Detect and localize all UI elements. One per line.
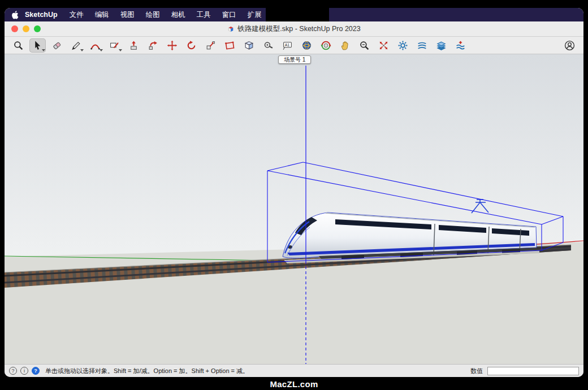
orbit-tool-button[interactable] bbox=[318, 38, 334, 53]
zoom-extents-tool-button[interactable] bbox=[375, 38, 392, 53]
info-icon[interactable]: i bbox=[20, 367, 28, 375]
dropdown-caret bbox=[100, 49, 103, 51]
sandbox-surfaces-button[interactable] bbox=[433, 38, 449, 53]
apple-menu[interactable] bbox=[11, 11, 19, 19]
follow-me-icon bbox=[148, 40, 158, 51]
search-tool-button[interactable] bbox=[10, 38, 27, 53]
menu-item-window[interactable]: 窗口 bbox=[222, 10, 236, 20]
desktop-screen: SketchUp 文件 编辑 视图 绘图 相机 工具 窗口 扩展 帮助 铁路建模… bbox=[5, 8, 583, 377]
account-button[interactable] bbox=[561, 38, 578, 53]
menu-item-draw[interactable]: 绘图 bbox=[146, 10, 160, 20]
search-icon bbox=[13, 40, 24, 51]
menu-item-extensions[interactable]: 扩展 bbox=[248, 10, 262, 20]
window-title-text: 铁路建模模型.skp - SketchUp Pro 2023 bbox=[237, 24, 360, 34]
move-icon bbox=[167, 40, 178, 51]
sandbox-contours-button[interactable] bbox=[414, 38, 430, 53]
scene-tab[interactable]: 场景号 1 bbox=[278, 55, 311, 64]
window-title-bar: 铁路建模模型.skp - SketchUp Pro 2023 bbox=[5, 21, 583, 37]
svg-text:A1: A1 bbox=[285, 42, 290, 46]
gear-icon bbox=[397, 40, 408, 51]
viewport-canvas[interactable] bbox=[5, 54, 583, 364]
extension-gear-button[interactable] bbox=[395, 38, 411, 53]
scale-icon bbox=[205, 40, 216, 51]
sandbox-smoove-button[interactable] bbox=[452, 38, 469, 53]
pan-hand-icon bbox=[340, 40, 351, 51]
line-tool-button[interactable] bbox=[68, 38, 84, 53]
apple-icon bbox=[11, 11, 19, 19]
arc-tool-button[interactable] bbox=[87, 38, 103, 53]
traffic-lights bbox=[11, 25, 41, 32]
smoove-icon bbox=[455, 40, 466, 51]
menu-bar: SketchUp 文件 编辑 视图 绘图 相机 工具 窗口 扩展 帮助 bbox=[5, 8, 583, 21]
section-plane-icon bbox=[224, 40, 235, 51]
minimize-button[interactable] bbox=[23, 25, 29, 32]
eraser-icon bbox=[51, 40, 62, 51]
rotate-tool-button[interactable] bbox=[183, 38, 200, 53]
geolocation-icon[interactable]: ? bbox=[9, 367, 17, 375]
text-label-icon: A1 bbox=[282, 40, 293, 51]
menu-item-file[interactable]: 文件 bbox=[70, 10, 84, 20]
select-tool-button[interactable] bbox=[29, 38, 46, 53]
tape-measure-icon bbox=[263, 40, 274, 51]
fullscreen-button[interactable] bbox=[34, 25, 41, 32]
app-menu-sketchup[interactable]: SketchUp bbox=[25, 11, 58, 19]
component-box-icon bbox=[244, 40, 254, 51]
tape-measure-tool-button[interactable] bbox=[260, 38, 276, 53]
measurement-input[interactable] bbox=[487, 367, 579, 375]
censor-overlay bbox=[266, 8, 329, 22]
menu-item-camera[interactable]: 相机 bbox=[171, 10, 185, 20]
stacked-surfaces-icon bbox=[436, 40, 447, 51]
component-tool-button[interactable] bbox=[241, 38, 257, 53]
zoom-extents-icon bbox=[378, 40, 389, 51]
zoom-icon bbox=[359, 40, 370, 51]
contours-icon bbox=[417, 40, 427, 51]
status-hint-text: 单击或拖动以选择对象。Shift = 加/减。Option = 加。Shift … bbox=[45, 367, 249, 375]
menu-item-tools[interactable]: 工具 bbox=[197, 10, 211, 20]
help-icon[interactable]: ? bbox=[32, 367, 40, 375]
scale-tool-button[interactable] bbox=[202, 38, 219, 53]
follow-me-tool-button[interactable] bbox=[145, 38, 161, 53]
toolbar: A1 bbox=[5, 37, 583, 54]
dropdown-caret bbox=[80, 49, 84, 51]
modeling-viewport[interactable]: 场景号 1 bbox=[5, 54, 583, 364]
eraser-tool-button[interactable] bbox=[49, 38, 65, 53]
menu-item-edit[interactable]: 编辑 bbox=[95, 10, 109, 20]
status-bar: ? i ? 单击或拖动以选择对象。Shift = 加/减。Option = 加。… bbox=[5, 364, 583, 377]
add-location-tool-button[interactable] bbox=[299, 38, 315, 53]
text-tool-button[interactable]: A1 bbox=[279, 38, 296, 53]
section-plane-tool-button[interactable] bbox=[222, 38, 238, 53]
sketchup-doc-icon bbox=[227, 25, 234, 32]
measurement-label: 数值 bbox=[470, 367, 483, 375]
dropdown-caret bbox=[119, 49, 122, 51]
push-pull-icon bbox=[128, 40, 139, 51]
dropdown-caret bbox=[42, 49, 45, 51]
close-button[interactable] bbox=[11, 25, 18, 32]
globe-icon bbox=[301, 40, 312, 51]
window-title: 铁路建模模型.skp - SketchUp Pro 2023 bbox=[227, 24, 360, 34]
shapes-tool-button[interactable] bbox=[106, 38, 123, 53]
orbit-icon bbox=[321, 40, 331, 51]
pan-tool-button[interactable] bbox=[337, 38, 353, 53]
account-person-icon bbox=[564, 40, 575, 51]
move-tool-button[interactable] bbox=[164, 38, 180, 53]
menu-item-view[interactable]: 视图 bbox=[120, 10, 135, 20]
watermark-text: MacZL.com bbox=[0, 379, 588, 389]
push-pull-tool-button[interactable] bbox=[126, 38, 142, 53]
zoom-tool-button[interactable] bbox=[356, 38, 373, 53]
rotate-icon bbox=[186, 40, 197, 51]
